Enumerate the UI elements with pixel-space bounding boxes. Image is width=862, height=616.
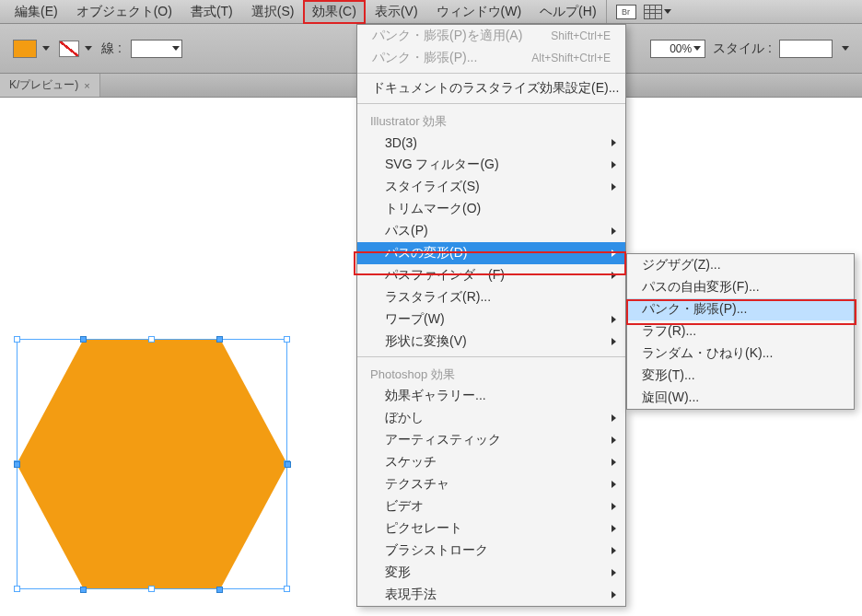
style-label: スタイル : xyxy=(713,41,772,57)
stroke-label: 線 : xyxy=(101,41,122,57)
anchor-point[interactable] xyxy=(216,336,223,343)
menu-distort[interactable]: パスの変形(D) xyxy=(357,242,625,264)
anchor-point[interactable] xyxy=(14,461,20,468)
anchor-point[interactable] xyxy=(285,461,291,468)
menu-trim[interactable]: トリムマーク(O) xyxy=(357,198,625,220)
resize-handle[interactable] xyxy=(284,336,290,343)
menu-svg[interactable]: SVG フィルター(G) xyxy=(357,154,625,176)
close-icon[interactable]: × xyxy=(84,80,89,91)
menu-select[interactable]: 選択(S) xyxy=(242,0,304,24)
menu-rasterize[interactable]: ラスタライズ(R)... xyxy=(357,286,625,308)
submenu-free[interactable]: パスの自由変形(F)... xyxy=(627,276,854,298)
chevron-down-icon xyxy=(693,46,701,51)
menu-video[interactable]: ビデオ xyxy=(357,495,625,517)
anchor-point[interactable] xyxy=(80,587,87,593)
anchor-point[interactable] xyxy=(216,587,223,593)
chevron-down-icon xyxy=(42,46,50,51)
menu-help[interactable]: ヘルプ(H) xyxy=(530,0,605,24)
menu-apply-last: パンク・膨張(P)を適用(A)Shift+Ctrl+E xyxy=(357,25,625,47)
menu-brush[interactable]: ブラシストローク xyxy=(357,540,625,562)
resize-handle[interactable] xyxy=(14,336,20,343)
menu-last-effect: パンク・膨張(P)...Alt+Shift+Ctrl+E xyxy=(357,47,625,69)
chevron-down-icon xyxy=(172,46,180,51)
submenu-random[interactable]: ランダム・ひねり(K)... xyxy=(627,343,854,365)
menu-stylize[interactable]: スタイライズ(S) xyxy=(357,176,625,198)
workspace-switcher[interactable] xyxy=(644,5,671,19)
selection-bounding-box xyxy=(17,339,287,589)
menu-convert[interactable]: 形状に変換(V) xyxy=(357,331,625,353)
chevron-down-icon xyxy=(664,9,671,14)
document-tab[interactable]: K/プレビュー) × xyxy=(0,74,100,97)
menu-path[interactable]: パス(P) xyxy=(357,220,625,242)
resize-handle[interactable] xyxy=(148,586,155,592)
menu-artistic[interactable]: アーティスティック xyxy=(357,429,625,451)
menu-pathfinder[interactable]: パスファインダー(F) xyxy=(357,264,625,286)
stroke-control[interactable] xyxy=(59,41,92,57)
opacity-field[interactable]: 00% xyxy=(650,40,705,58)
resize-handle[interactable] xyxy=(148,336,155,343)
submenu-zigzag[interactable]: ジグザグ(Z)... xyxy=(627,254,854,276)
bridge-button[interactable]: Br xyxy=(616,5,636,19)
chevron-down-icon xyxy=(85,46,92,51)
submenu-transform[interactable]: 変形(T)... xyxy=(627,365,854,387)
fill-control[interactable] xyxy=(13,40,50,58)
tab-label: K/プレビュー) xyxy=(9,77,78,93)
menu-object[interactable]: オブジェクト(O) xyxy=(67,0,181,24)
menu-edit[interactable]: 編集(E) xyxy=(6,0,67,24)
separator xyxy=(357,103,625,104)
grid-icon xyxy=(644,5,662,19)
no-stroke-icon xyxy=(59,41,79,57)
illustrator-effects-label: Illustrator 効果 xyxy=(357,108,625,132)
menu-sketch[interactable]: スケッチ xyxy=(357,451,625,473)
menu-gallery[interactable]: 効果ギャラリー... xyxy=(357,385,625,407)
fill-swatch xyxy=(13,40,37,58)
photoshop-effects-label: Photoshop 効果 xyxy=(357,361,625,385)
resize-handle[interactable] xyxy=(14,586,20,592)
submenu-roughen[interactable]: ラフ(R)... xyxy=(627,320,854,343)
menu-view[interactable]: 表示(V) xyxy=(366,0,427,24)
menu-type[interactable]: 書式(T) xyxy=(181,0,242,24)
opacity-value: 00% xyxy=(670,42,692,55)
chevron-down-icon xyxy=(842,46,849,51)
menu-ps-distort[interactable]: 変形 xyxy=(357,562,625,584)
menu-effect[interactable]: 効果(C) xyxy=(303,0,365,24)
menu-texture[interactable]: テクスチャ xyxy=(357,473,625,495)
menubar: 編集(E) オブジェクト(O) 書式(T) 選択(S) 効果(C) 表示(V) … xyxy=(0,0,862,24)
submenu-pucker-bloat[interactable]: パンク・膨張(P)... xyxy=(627,298,854,320)
submenu-twist[interactable]: 旋回(W)... xyxy=(627,387,854,409)
menu-3d[interactable]: 3D(3) xyxy=(357,132,625,154)
effect-menu: パンク・膨張(P)を適用(A)Shift+Ctrl+E パンク・膨張(P)...… xyxy=(356,24,626,607)
menu-window[interactable]: ウィンドウ(W) xyxy=(427,0,531,24)
separator xyxy=(357,73,625,74)
style-field[interactable] xyxy=(779,40,833,58)
resize-handle[interactable] xyxy=(284,586,290,592)
distort-submenu: ジグザグ(Z)... パスの自由変形(F)... パンク・膨張(P)... ラフ… xyxy=(626,253,855,410)
stroke-weight-field[interactable] xyxy=(131,40,182,58)
menu-pixelate[interactable]: ピクセレート xyxy=(357,517,625,540)
menu-blur[interactable]: ぼかし xyxy=(357,407,625,429)
menu-raster-settings[interactable]: ドキュメントのラスタライズ効果設定(E)... xyxy=(357,77,625,99)
separator xyxy=(357,356,625,357)
menu-warp[interactable]: ワープ(W) xyxy=(357,308,625,331)
anchor-point[interactable] xyxy=(80,336,87,343)
menu-ps-stylize[interactable]: 表現手法 xyxy=(357,584,625,606)
menubar-right-icons: Br xyxy=(606,0,681,23)
